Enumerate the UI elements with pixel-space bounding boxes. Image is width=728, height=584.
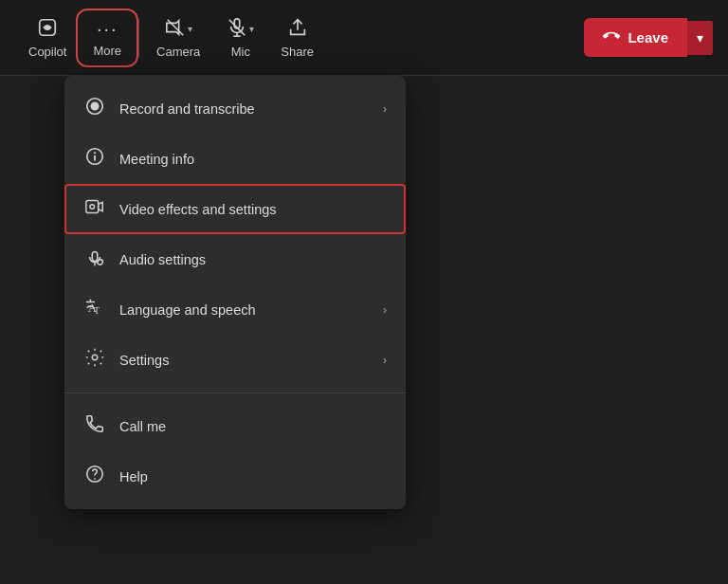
svg-line-15 <box>101 260 102 261</box>
topbar-divider <box>138 19 139 57</box>
more-label: More <box>93 44 121 58</box>
camera-chevron-icon: ▾ <box>188 24 192 34</box>
help-icon <box>83 464 106 489</box>
leave-button[interactable]: Leave <box>584 18 687 57</box>
more-dropdown-menu: Record and transcribe › Meeting info <box>64 76 406 509</box>
menu-section-secondary: Call me Help <box>64 392 406 509</box>
video-effects-icon <box>83 196 106 222</box>
svg-point-12 <box>90 205 95 210</box>
record-icon <box>83 96 106 121</box>
settings-chevron-icon: › <box>383 354 387 367</box>
menu-item-record[interactable]: Record and transcribe › <box>64 83 406 134</box>
menu-item-language-speech[interactable]: A T Language and speech › <box>64 284 406 335</box>
language-chevron-icon: › <box>383 303 387 317</box>
leave-chevron-icon: ▾ <box>697 30 703 46</box>
svg-point-7 <box>91 102 98 109</box>
menu-section-main: Record and transcribe › Meeting info <box>64 76 406 392</box>
video-effects-label: Video effects and settings <box>119 202 387 217</box>
mic-with-chevron: ▾ <box>227 17 254 41</box>
language-icon: A T <box>83 297 106 322</box>
audio-settings-icon <box>83 246 106 272</box>
copilot-icon <box>37 17 58 41</box>
svg-point-20 <box>95 479 96 480</box>
leave-chevron-button[interactable]: ▾ <box>687 21 713 55</box>
meeting-info-label: Meeting info <box>119 152 387 167</box>
camera-icon <box>165 17 186 41</box>
menu-item-video-effects[interactable]: Video effects and settings <box>64 184 406 234</box>
call-icon <box>83 413 106 439</box>
settings-label: Settings <box>119 353 370 368</box>
share-icon <box>287 17 308 41</box>
record-label: Record and transcribe <box>119 101 370 117</box>
language-speech-label: Language and speech <box>119 302 370 318</box>
svg-text:T: T <box>94 305 100 316</box>
camera-with-chevron: ▾ <box>165 17 192 41</box>
camera-button[interactable]: ▾ Camera <box>143 11 213 64</box>
record-chevron-icon: › <box>383 102 387 116</box>
copilot-button[interactable]: Copilot <box>15 11 80 64</box>
more-icon: ··· <box>97 18 118 40</box>
leave-label: Leave <box>628 29 668 46</box>
share-button[interactable]: Share <box>267 11 327 64</box>
leave-button-group: Leave ▾ <box>584 18 713 57</box>
menu-item-call-me[interactable]: Call me <box>64 401 406 451</box>
settings-icon <box>83 347 106 373</box>
menu-item-meeting-info[interactable]: Meeting info <box>64 134 406 184</box>
svg-point-10 <box>95 153 96 154</box>
svg-point-18 <box>92 355 98 360</box>
menu-item-help[interactable]: Help <box>64 451 406 502</box>
copilot-label: Copilot <box>28 45 66 59</box>
mic-icon <box>227 17 247 41</box>
mic-chevron-icon: ▾ <box>249 24 254 34</box>
audio-settings-label: Audio settings <box>119 252 387 267</box>
share-label: Share <box>281 45 314 59</box>
mic-button[interactable]: ▾ Mic <box>213 11 267 64</box>
svg-rect-11 <box>86 201 99 213</box>
menu-item-audio-settings[interactable]: Audio settings <box>64 234 406 284</box>
svg-line-1 <box>167 19 183 35</box>
topbar: Copilot ··· More ▾ Camera <box>0 0 728 76</box>
call-me-label: Call me <box>119 419 387 434</box>
mic-label: Mic <box>231 45 250 59</box>
help-label: Help <box>119 469 387 484</box>
camera-label: Camera <box>156 45 200 59</box>
info-icon <box>83 146 106 172</box>
menu-item-settings[interactable]: Settings › <box>64 335 406 385</box>
more-button[interactable]: ··· More <box>80 12 135 64</box>
leave-phone-icon <box>603 27 620 47</box>
